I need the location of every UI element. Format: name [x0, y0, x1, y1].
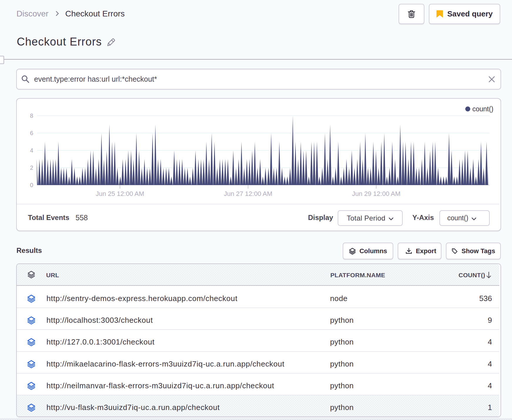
svg-text:Jun 29 12:00 AM: Jun 29 12:00 AM: [352, 190, 400, 197]
svg-text:6: 6: [30, 130, 33, 136]
svg-text:Jun 27 12:00 AM: Jun 27 12:00 AM: [224, 190, 272, 197]
svg-text:count(): count(): [472, 105, 493, 113]
svg-text:0: 0: [30, 182, 33, 188]
svg-text:8: 8: [30, 112, 33, 119]
svg-text:Jun 25 12:00 AM: Jun 25 12:00 AM: [96, 190, 144, 197]
svg-text:2: 2: [30, 164, 33, 171]
svg-text:4: 4: [30, 147, 33, 154]
